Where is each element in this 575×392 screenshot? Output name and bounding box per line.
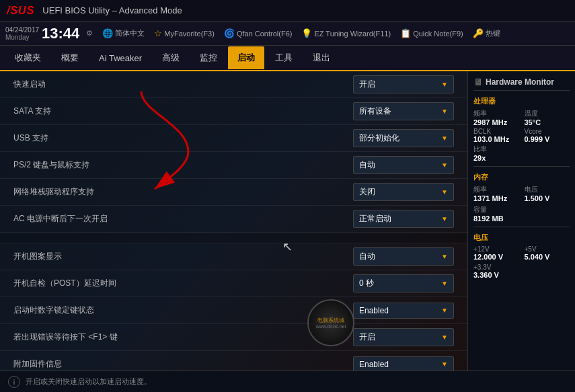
dropdown-f1-error[interactable]: 开启 ▼: [353, 328, 454, 346]
divider-1: [473, 166, 570, 167]
dropdown-network-stack[interactable]: 关闭 ▼: [353, 183, 454, 201]
main-nav: 收藏夹 概要 Ai Tweaker 高级 监控 启动 工具 退出: [0, 46, 575, 71]
mem-volt-display: 电压 1.500 V: [525, 185, 570, 202]
dropdown-post-delay[interactable]: 0 秒 ▼: [353, 274, 454, 292]
setting-value-f1-error[interactable]: 开启 ▼: [319, 328, 454, 346]
toolbar-language[interactable]: 🌐 简体中文: [102, 28, 145, 38]
nav-favorites[interactable]: 收藏夹: [5, 46, 50, 69]
divider-2: [473, 227, 570, 227]
setting-value-usb[interactable]: 部分初始化 ▼: [319, 129, 454, 147]
ratio-display: 比率 29x: [473, 145, 519, 162]
memory-grid: 频率 1371 MHz 电压 1.500 V: [473, 185, 570, 202]
toolbar-qfan[interactable]: 🌀 Qfan Control(F6): [224, 28, 293, 38]
setting-row-numlock[interactable]: 启动时数字锁定键状态 Enabled ▼: [0, 297, 467, 324]
hotkey-label: 热键: [486, 28, 500, 38]
asus-logo: /SUS: [7, 5, 34, 17]
setting-label-network-stack: 网络堆栈驱动程序支持: [13, 186, 319, 198]
setting-row-sata[interactable]: SATA 支持 所有设备 ▼: [0, 98, 467, 125]
setting-row-firmware-info[interactable]: 附加固件信息 Enabled ▼: [0, 351, 467, 370]
nav-ai-tweaker[interactable]: Ai Tweaker: [89, 48, 151, 69]
freq-label: 频率 2987 MHz: [473, 109, 519, 126]
qfan-icon: 🌀: [224, 28, 235, 38]
dropdown-fast-boot[interactable]: 开启 ▼: [353, 75, 454, 93]
settings-icon[interactable]: ⚙: [86, 29, 93, 38]
mem-capacity-display: 容量 8192 MB: [473, 205, 570, 223]
dropdown-numlock[interactable]: Enabled ▼: [353, 303, 454, 319]
nav-exit[interactable]: 退出: [303, 46, 340, 69]
setting-row-boot-logo[interactable]: 开机图案显示 自动 ▼: [0, 243, 467, 270]
chevron-down-icon: ▼: [441, 81, 448, 88]
dropdown-sata[interactable]: 所有设备 ▼: [353, 102, 454, 120]
qfan-label: Qfan Control(F6): [237, 30, 293, 38]
dropdown-ps2-value: 自动: [359, 159, 375, 171]
setting-value-firmware-info[interactable]: Enabled ▼: [319, 356, 454, 371]
nav-tools[interactable]: 工具: [266, 46, 302, 69]
toolbar-eztuning[interactable]: 💡 EZ Tuning Wizard(F11): [301, 28, 391, 38]
setting-value-ps2[interactable]: 自动 ▼: [319, 156, 454, 174]
hotkey-icon: 🔑: [473, 28, 484, 38]
dropdown-network-stack-value: 关闭: [359, 186, 375, 198]
setting-value-numlock[interactable]: Enabled ▼: [319, 303, 454, 319]
chevron-down-icon: ▼: [441, 134, 448, 142]
info-icon: i: [8, 376, 20, 388]
dropdown-boot-logo[interactable]: 自动 ▼: [353, 247, 454, 266]
setting-value-ac-power[interactable]: 正常启动 ▼: [319, 210, 454, 228]
nav-overview[interactable]: 概要: [52, 46, 88, 69]
chevron-down-icon: ▼: [441, 188, 448, 196]
v5-display: +5V 5.040 V: [525, 245, 570, 261]
dropdown-usb[interactable]: 部分初始化 ▼: [353, 129, 454, 147]
dropdown-sata-value: 所有设备: [359, 106, 391, 117]
v12-display: +12V 12.000 V: [473, 245, 519, 261]
date-display: 04/24/2017: [5, 26, 39, 34]
monitor-icon: 🖥: [473, 77, 483, 87]
ez-icon: 💡: [301, 28, 312, 38]
setting-label-numlock: 启动时数字锁定键状态: [13, 305, 319, 316]
setting-label-f1-error: 若出现错误等待按下 <F1> 键: [13, 331, 319, 343]
toolbar: 04/24/2017 Monday 13:44 ⚙ 🌐 简体中文 ☆ MyFav…: [0, 22, 575, 46]
datetime-display: 13:44: [42, 25, 79, 42]
nav-advanced[interactable]: 高级: [153, 46, 189, 69]
status-text: 开启或关闭快速启动以加速启动速度。: [26, 377, 151, 387]
setting-row-post-delay[interactable]: 开机自检（POST）延迟时间 0 秒 ▼: [0, 270, 467, 297]
setting-row-ac-power[interactable]: AC 电源中断后下一次开启 正常启动 ▼: [0, 206, 467, 233]
title-bar: /SUS UEFI BIOS Utility – Advanced Mode: [0, 0, 575, 22]
setting-row-f1-error[interactable]: 若出现错误等待按下 <F1> 键 开启 ▼: [0, 324, 467, 351]
dropdown-ac-power[interactable]: 正常启动 ▼: [353, 210, 454, 228]
toolbar-quicknote[interactable]: 📋 Quick Note(F9): [400, 28, 463, 38]
setting-value-boot-logo[interactable]: 自动 ▼: [319, 247, 454, 266]
chevron-down-icon: ▼: [441, 215, 448, 223]
title-text: UEFI BIOS Utility – Advanced Mode: [42, 5, 182, 15]
dropdown-fast-boot-value: 开启: [359, 79, 375, 90]
setting-row-usb[interactable]: USB 支持 部分初始化 ▼: [0, 125, 467, 152]
voltage-section-title: 电压: [473, 233, 570, 243]
chevron-down-icon: ▼: [441, 108, 448, 115]
dropdown-numlock-value: Enabled: [359, 306, 389, 315]
chevron-down-icon: ▼: [441, 334, 448, 341]
setting-row-network-stack[interactable]: 网络堆栈驱动程序支持 关闭 ▼: [0, 179, 467, 206]
setting-value-post-delay[interactable]: 0 秒 ▼: [319, 274, 454, 292]
dropdown-boot-logo-value: 自动: [359, 251, 375, 262]
setting-value-sata[interactable]: 所有设备 ▼: [319, 102, 454, 120]
day-display: Monday: [5, 34, 30, 41]
note-label: Quick Note(F9): [413, 30, 463, 38]
setting-value-network-stack[interactable]: 关闭 ▼: [319, 183, 454, 201]
toolbar-hotkey[interactable]: 🔑 热键: [473, 28, 500, 38]
dropdown-firmware-info-value: Enabled: [359, 360, 389, 369]
setting-label-fast-boot: 快速启动: [13, 79, 319, 90]
toolbar-myfavorite[interactable]: ☆ MyFavorite(F3): [154, 28, 215, 38]
dropdown-ps2[interactable]: 自动 ▼: [353, 156, 454, 174]
hardware-monitor-panel: 🖥 Hardware Monitor 处理器 频率 2987 MHz 温度 35…: [467, 71, 575, 370]
status-bar: i 开启或关闭快速启动以加速启动速度。: [0, 370, 575, 392]
monitor-panel-title: 🖥 Hardware Monitor: [473, 77, 570, 91]
nav-boot[interactable]: 启动: [228, 46, 264, 69]
setting-row-ps2[interactable]: PS/2 键盘与鼠标支持 自动 ▼: [0, 152, 467, 179]
language-label: 简体中文: [115, 28, 145, 38]
content: ↖ 快速启动 开启 ▼ SATA 支持 所有设备 ▼ USB 支持: [0, 71, 575, 370]
bclk-display: BCLK 103.0 MHz: [473, 128, 519, 143]
note-icon: 📋: [400, 28, 411, 38]
nav-monitor[interactable]: 监控: [190, 46, 227, 69]
setting-row-fast-boot[interactable]: 快速启动 开启 ▼: [0, 71, 467, 98]
setting-value-fast-boot[interactable]: 开启 ▼: [319, 75, 454, 93]
dropdown-post-delay-value: 0 秒: [359, 278, 374, 289]
dropdown-firmware-info[interactable]: Enabled ▼: [353, 356, 454, 371]
